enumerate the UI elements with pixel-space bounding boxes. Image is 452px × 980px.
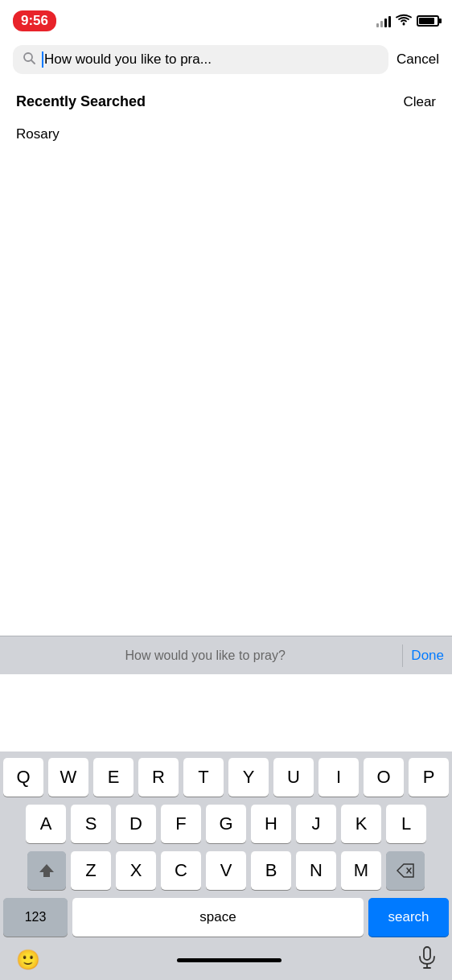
done-button[interactable]: Done [411, 648, 444, 664]
backspace-key[interactable] [386, 851, 425, 890]
key-s[interactable]: S [71, 805, 111, 843]
battery-icon [417, 15, 439, 27]
key-d[interactable]: D [116, 805, 156, 843]
keyboard-row-3: Z X C V B N M [3, 851, 449, 890]
search-input-wrapper[interactable]: How would you like to pra... [13, 45, 388, 74]
keyboard-row-1: Q W E R T Y U I O P [3, 758, 449, 797]
search-value: How would you like to pra... [44, 51, 212, 68]
recent-search-text: Rosary [16, 126, 60, 142]
search-icon [23, 51, 35, 68]
space-key[interactable]: space [72, 898, 364, 937]
svg-rect-5 [424, 947, 430, 960]
key-p[interactable]: P [409, 758, 449, 797]
status-time: 9:56 [13, 10, 56, 31]
svg-point-0 [403, 23, 405, 25]
key-a[interactable]: A [26, 805, 66, 843]
search-bar-container: How would you like to pra... Cancel [0, 39, 452, 80]
svg-line-2 [31, 60, 35, 64]
cancel-button[interactable]: Cancel [397, 51, 439, 68]
key-r[interactable]: R [138, 758, 179, 797]
shift-key[interactable] [27, 851, 66, 890]
microphone-button[interactable] [418, 946, 436, 974]
suggestion-bar: How would you like to pray? Done [0, 636, 452, 674]
key-z[interactable]: Z [71, 851, 111, 890]
wifi-icon [396, 14, 412, 29]
key-u[interactable]: U [273, 758, 314, 797]
keyboard-emoji-row: 🙂 [3, 941, 449, 977]
text-cursor [42, 51, 43, 68]
key-j[interactable]: J [296, 805, 336, 843]
home-bar [177, 958, 281, 962]
key-v[interactable]: V [206, 851, 246, 890]
key-m[interactable]: M [341, 851, 381, 890]
recently-searched-title: Recently Searched [16, 93, 146, 110]
key-c[interactable]: C [161, 851, 201, 890]
key-h[interactable]: H [251, 805, 291, 843]
clear-button[interactable]: Clear [403, 94, 436, 110]
key-b[interactable]: B [251, 851, 291, 890]
suggestion-divider [402, 644, 403, 667]
key-k[interactable]: K [341, 805, 381, 843]
key-t[interactable]: T [183, 758, 224, 797]
key-l[interactable]: L [386, 805, 426, 843]
signal-icon [376, 14, 391, 27]
keyboard-row-2: A S D F G H J K L [3, 805, 449, 843]
key-w[interactable]: W [48, 758, 88, 797]
number-key[interactable]: 123 [3, 898, 68, 937]
key-y[interactable]: Y [228, 758, 269, 797]
key-n[interactable]: N [296, 851, 336, 890]
key-i[interactable]: I [318, 758, 359, 797]
key-o[interactable]: O [364, 758, 404, 797]
recent-search-item[interactable]: Rosary [0, 117, 452, 152]
key-x[interactable]: X [116, 851, 156, 890]
status-bar: 9:56 [0, 0, 452, 39]
search-key[interactable]: search [368, 898, 449, 937]
key-e[interactable]: E [93, 758, 134, 797]
suggestion-text: How would you like to pray? [8, 649, 402, 663]
status-icons [376, 14, 439, 29]
keyboard-row-4: 123 space search [3, 898, 449, 937]
keyboard: Q W E R T Y U I O P A S D F G H J K L Z … [0, 751, 452, 980]
emoji-button[interactable]: 🙂 [16, 949, 40, 971]
recently-searched-header: Recently Searched Clear [0, 80, 452, 117]
key-q[interactable]: Q [3, 758, 43, 797]
search-input-text[interactable]: How would you like to pra... [42, 51, 379, 68]
key-g[interactable]: G [206, 805, 246, 843]
key-f[interactable]: F [161, 805, 201, 843]
